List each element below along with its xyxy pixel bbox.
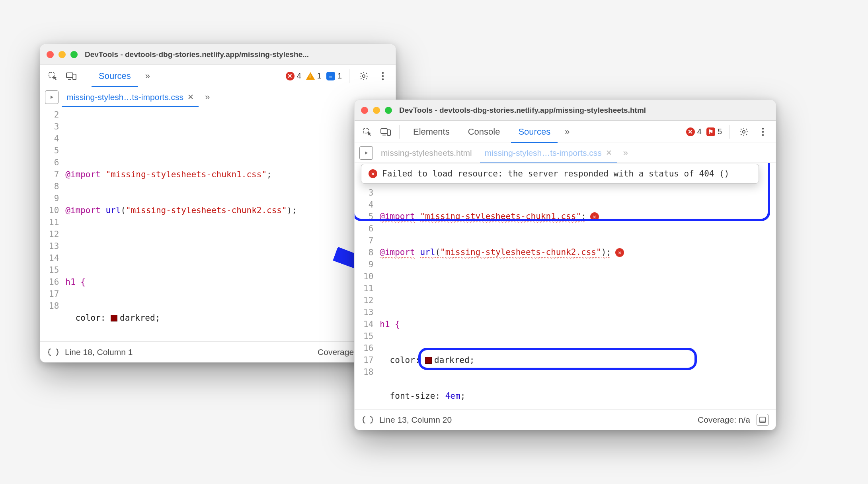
coverage-text: Coverage: n/a <box>698 415 750 425</box>
file-tab-css[interactable]: missing-stylesh…ts-imports.css ✕ <box>62 87 199 107</box>
svg-rect-11 <box>381 129 387 133</box>
titlebar[interactable]: DevTools - devtools-dbg-stories.netlify.… <box>355 100 776 121</box>
inspect-element-icon[interactable] <box>46 69 60 83</box>
more-file-tabs-chevron-icon[interactable]: » <box>202 92 213 102</box>
close-icon[interactable] <box>47 51 54 58</box>
issue-counters: ✕ 4 ⚑ 5 <box>686 125 770 139</box>
separator <box>729 125 730 139</box>
more-file-tabs-chevron-icon[interactable]: » <box>620 148 631 158</box>
cursor-position: Line 13, Column 20 <box>379 415 452 425</box>
code-line <box>380 282 770 294</box>
svg-point-15 <box>762 131 764 132</box>
status-bar: Line 18, Column 1 Coverage: n/a <box>40 341 396 362</box>
code-content[interactable]: @import "missing-stylesheets-chukn1.css"… <box>379 163 776 409</box>
issue-icon: ⚑ <box>706 127 715 136</box>
settings-gear-icon[interactable] <box>357 69 371 83</box>
tab-label: Elements <box>413 127 450 137</box>
zoom-icon[interactable] <box>70 51 78 58</box>
code-line: color: darkred; <box>65 312 390 324</box>
inline-error-icon[interactable]: ✕ <box>615 248 624 257</box>
line-gutter: 23456789101112131415161718 <box>40 107 64 341</box>
minimize-icon[interactable] <box>373 107 380 114</box>
code-line <box>65 133 390 145</box>
minimize-icon[interactable] <box>59 51 66 58</box>
kebab-menu-icon[interactable] <box>376 69 390 83</box>
more-tabs-chevron-icon[interactable]: » <box>562 127 573 137</box>
tab-sources[interactable]: Sources <box>92 65 138 87</box>
more-tabs-chevron-icon[interactable]: » <box>142 71 153 81</box>
warning-count: 1 <box>317 71 322 80</box>
tab-elements[interactable]: Elements <box>406 121 457 143</box>
file-tabs: missing-stylesh…ts-imports.css ✕ » <box>40 87 396 107</box>
tab-label: Console <box>468 127 500 137</box>
svg-point-14 <box>762 127 764 129</box>
file-tab-html[interactable]: missing-stylesheets.html <box>376 143 477 163</box>
error-counter[interactable]: ✕ 4 <box>686 127 702 136</box>
kebab-menu-icon[interactable] <box>756 125 770 139</box>
info-counter[interactable]: ≡ 1 <box>326 71 342 80</box>
warning-icon <box>306 72 315 80</box>
device-toggle-icon[interactable] <box>64 69 78 83</box>
titlebar[interactable]: DevTools - devtools-dbg-stories.netlify.… <box>40 44 396 65</box>
tab-console[interactable]: Console <box>461 121 507 143</box>
devtools-window-before: DevTools - devtools-dbg-stories.netlify.… <box>40 44 396 363</box>
file-tab-label: missing-stylesh…ts-imports.css <box>485 148 602 158</box>
svg-rect-17 <box>760 417 765 423</box>
svg-rect-12 <box>387 130 390 135</box>
inline-error-icon[interactable]: ✕ <box>590 212 599 221</box>
close-icon[interactable] <box>361 107 368 114</box>
code-line: @import "missing-stylesheets-chukn1.css"… <box>380 211 770 223</box>
source-map-icon[interactable] <box>757 414 769 426</box>
color-swatch-icon[interactable] <box>111 315 117 321</box>
issue-counters: ✕ 4 1 ≡ 1 <box>286 69 390 83</box>
tab-sources[interactable]: Sources <box>511 121 558 143</box>
main-toolbar: Sources » ✕ 4 1 ≡ 1 <box>40 65 396 87</box>
navigator-toggle-icon[interactable] <box>359 146 373 160</box>
issues-counter[interactable]: ⚑ 5 <box>706 127 722 136</box>
close-tab-icon[interactable]: ✕ <box>606 148 612 157</box>
code-line: @import url("missing-stylesheets-chunk2.… <box>65 204 390 216</box>
pretty-print-icon[interactable] <box>362 414 374 426</box>
error-icon: ✕ <box>686 127 695 136</box>
svg-point-16 <box>762 134 764 135</box>
settings-gear-icon[interactable] <box>737 125 751 139</box>
close-tab-icon[interactable]: ✕ <box>187 92 194 102</box>
error-icon: ✕ <box>286 72 295 80</box>
code-editor[interactable]: 23456789101112131415161718 @import "miss… <box>40 107 396 341</box>
info-count: 1 <box>337 71 342 80</box>
code-line: @import "missing-stylesheets-chukn1.css"… <box>65 169 390 180</box>
traffic-lights <box>361 107 392 114</box>
file-tab-css[interactable]: missing-stylesh…ts-imports.css ✕ <box>480 143 617 163</box>
code-line: font-size: 4em; <box>380 390 770 402</box>
error-tooltip: ✕ Failed to load resource: the server re… <box>361 164 759 184</box>
warning-counter[interactable]: 1 <box>306 71 322 80</box>
device-toggle-icon[interactable] <box>378 125 393 139</box>
svg-point-4 <box>382 72 384 73</box>
code-line: color: darkred; <box>380 354 770 366</box>
svg-rect-1 <box>66 73 73 78</box>
color-swatch-icon[interactable] <box>425 357 432 364</box>
window-title: DevTools - devtools-dbg-stories.netlify.… <box>399 106 646 115</box>
inspect-element-icon[interactable] <box>360 125 375 139</box>
navigator-toggle-icon[interactable] <box>45 90 59 104</box>
zoom-icon[interactable] <box>385 107 392 114</box>
error-counter[interactable]: ✕ 4 <box>286 71 301 80</box>
code-content[interactable]: @import "missing-stylesheets-chukn1.css"… <box>64 107 396 341</box>
file-tabs: missing-stylesheets.html missing-stylesh… <box>355 143 776 163</box>
tab-label: Sources <box>99 71 131 81</box>
window-title: DevTools - devtools-dbg-stories.netlify.… <box>85 50 309 59</box>
pretty-print-icon[interactable] <box>47 346 59 358</box>
code-editor[interactable]: 3456789101112131415161718 @import "missi… <box>355 163 776 409</box>
error-count: 4 <box>297 71 301 80</box>
separator <box>85 69 85 83</box>
svg-point-13 <box>743 130 745 133</box>
cursor-position: Line 18, Column 1 <box>65 347 133 357</box>
svg-point-6 <box>382 78 384 80</box>
error-icon: ✕ <box>369 169 377 178</box>
svg-point-3 <box>363 74 365 77</box>
tooltip-text: Failed to load resource: the server resp… <box>382 169 729 178</box>
error-count: 4 <box>697 127 702 136</box>
code-line: h1 { <box>380 318 770 330</box>
line-gutter: 3456789101112131415161718 <box>355 163 379 409</box>
separator <box>399 125 400 139</box>
